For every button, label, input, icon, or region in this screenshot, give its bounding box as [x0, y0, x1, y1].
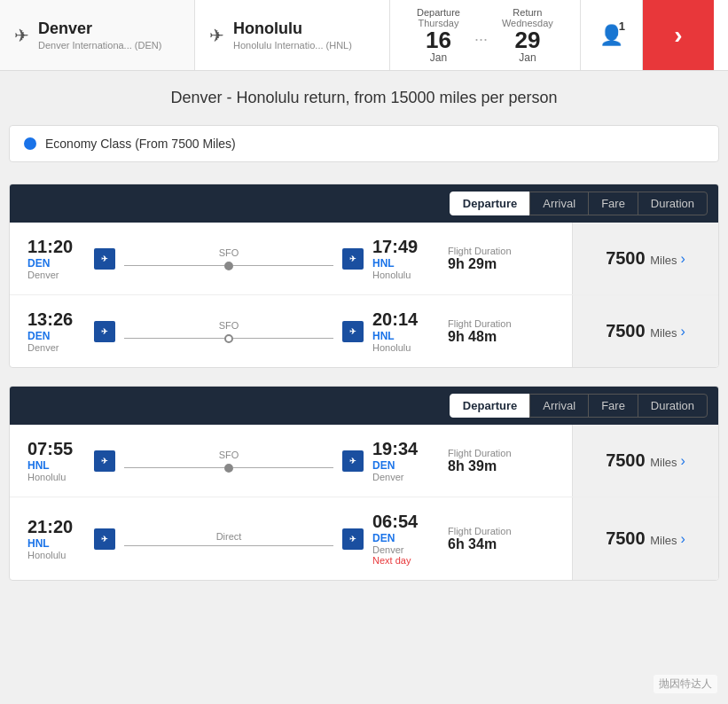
passenger-count: 1: [619, 20, 625, 33]
arrive-block: 19:34 DEN Denver: [372, 439, 430, 482]
depart-time: 11:20: [27, 237, 85, 257]
stop-label: Direct: [216, 531, 242, 542]
duration-value: 6h 34m: [448, 536, 497, 552]
search-bar: ✈ Denver Denver Internationa... (DEN) ✈ …: [0, 0, 728, 71]
duration-block: Flight Duration 9h 29m: [439, 246, 554, 272]
miles-unit: Miles: [650, 534, 677, 547]
sort-btn-fare-outbound[interactable]: Fare: [588, 192, 638, 215]
depart-time: 21:20: [27, 517, 85, 537]
stop-dot: [224, 334, 233, 343]
airline-icon-left: ✈: [94, 321, 115, 342]
origin-city: Denver: [38, 20, 161, 38]
date-segment[interactable]: Departure Thursday 16 Jan ··· Return Wed…: [390, 0, 581, 70]
duration-value: 9h 29m: [448, 256, 497, 272]
go-arrow-icon: ›: [674, 21, 682, 50]
route-line: SFO: [124, 247, 333, 270]
airline-icon-right: ✈: [342, 321, 364, 342]
return-date: Return Wednesday 29 Jan: [493, 7, 562, 64]
depart-city: Denver: [27, 342, 85, 353]
depart-block: 07:55 HNL Honolulu: [27, 439, 85, 482]
flight-left: 07:55 HNL Honolulu ✈SFO ✈ 19:34 DEN Denv…: [10, 425, 572, 497]
class-option-label: Economy Class (From 7500 Miles): [45, 137, 236, 151]
route-title: Denver - Honolulu return, from 15000 mil…: [9, 89, 719, 107]
airline-logo-right: ✈: [342, 450, 364, 472]
depart-city: Honolulu: [27, 472, 85, 482]
duration-value: 9h 48m: [448, 329, 497, 345]
airline-icon-right: ✈: [342, 450, 364, 472]
sort-btn-duration-return[interactable]: Duration: [638, 394, 708, 418]
flight-row: 11:20 DEN Denver ✈SFO ✈ 17:49 HNL Honolu…: [10, 223, 718, 295]
airline-icon-left: ✈: [94, 248, 115, 270]
arrive-airport: DEN: [372, 459, 430, 472]
sort-btn-departure-outbound[interactable]: Departure: [450, 192, 530, 215]
section-header-return: DepartureArrivalFareDuration: [10, 387, 718, 425]
line-container: [124, 334, 333, 343]
miles-block[interactable]: 7500 Miles ›: [572, 497, 718, 580]
search-button[interactable]: ›: [643, 0, 714, 70]
arrive-airport: HNL: [372, 257, 430, 270]
class-selector[interactable]: Economy Class (From 7500 Miles): [9, 125, 719, 162]
arrive-block: 17:49 HNL Honolulu: [372, 237, 430, 280]
arrive-block: 06:54 DEN Denver Next day: [372, 512, 430, 566]
airline-logo: ✈: [94, 450, 115, 472]
flight-section-outbound: DepartureArrivalFareDuration 11:20 DEN D…: [9, 184, 719, 368]
miles-unit: Miles: [650, 456, 677, 469]
line-container: [124, 262, 333, 270]
duration-value: 8h 39m: [448, 458, 497, 474]
miles-arrow-icon: ›: [681, 531, 685, 547]
miles-block[interactable]: 7500 Miles ›: [572, 425, 718, 497]
plane-icon-dest: ✈: [209, 25, 224, 46]
route-line: Direct: [124, 531, 333, 546]
arrive-time: 19:34: [372, 439, 430, 459]
flight-row: 13:26 DEN Denver ✈SFO ✈ 20:14 HNL Honolu…: [10, 295, 718, 367]
depart-time: 07:55: [27, 439, 85, 459]
stop-label: SFO: [219, 320, 239, 331]
destination-segment[interactable]: ✈ Honolulu Honolulu Internatio... (HNL): [195, 0, 390, 70]
miles-arrow-icon: ›: [681, 324, 685, 340]
airline-logo: ✈: [94, 248, 115, 270]
airline-logo-right: ✈: [342, 248, 364, 270]
depart-airport: DEN: [27, 257, 85, 270]
depart-airport: HNL: [27, 537, 85, 550]
flight-row: 07:55 HNL Honolulu ✈SFO ✈ 19:34 DEN Denv…: [10, 425, 718, 497]
passengers-segment[interactable]: 👤 1: [581, 0, 643, 70]
radio-selected-icon: [24, 137, 36, 150]
arrive-airport: DEN: [372, 532, 430, 544]
stop-label: SFO: [219, 450, 239, 460]
depart-airport: HNL: [27, 459, 85, 472]
sections-container: DepartureArrivalFareDuration 11:20 DEN D…: [9, 184, 719, 581]
depart-time: 13:26: [27, 309, 85, 330]
depart-block: 11:20 DEN Denver: [27, 237, 85, 280]
sort-btn-duration-outbound[interactable]: Duration: [638, 192, 708, 215]
stop-dot: [224, 464, 233, 473]
miles-block[interactable]: 7500 Miles ›: [572, 295, 718, 367]
departure-date: Departure Thursday 16 Jan: [408, 7, 469, 64]
duration-label: Flight Duration: [448, 448, 512, 458]
sort-btn-departure-return[interactable]: Departure: [450, 394, 530, 418]
stop-label: SFO: [219, 247, 239, 258]
arrive-time: 20:14: [372, 309, 430, 330]
arrive-note: Next day: [372, 555, 430, 566]
line-container: [124, 545, 333, 546]
origin-segment[interactable]: ✈ Denver Denver Internationa... (DEN): [0, 0, 195, 70]
destination-city: Honolulu: [233, 20, 352, 38]
section-header-outbound: DepartureArrivalFareDuration: [10, 184, 718, 223]
airline-icon-right: ✈: [342, 248, 364, 270]
route-line: SFO: [124, 450, 333, 473]
miles-value: 7500 Miles: [606, 450, 677, 471]
arrive-city: Honolulu: [372, 342, 430, 353]
airline-logo: ✈: [94, 528, 115, 550]
flight-left: 21:20 HNL Honolulu ✈Direct ✈ 06:54 DEN D…: [10, 497, 572, 580]
depart-airport: DEN: [27, 330, 85, 342]
sort-btn-fare-return[interactable]: Fare: [588, 394, 638, 418]
miles-value: 7500 Miles: [606, 321, 677, 341]
airline-logo-right: ✈: [342, 528, 364, 550]
arrive-city: Denver: [372, 544, 430, 555]
duration-block: Flight Duration 8h 39m: [439, 448, 554, 474]
arrive-block: 20:14 HNL Honolulu: [372, 309, 430, 353]
miles-value: 7500 Miles: [606, 528, 677, 549]
sort-btn-arrival-return[interactable]: Arrival: [529, 394, 589, 418]
sort-btn-arrival-outbound[interactable]: Arrival: [529, 192, 589, 215]
flight-left: 11:20 DEN Denver ✈SFO ✈ 17:49 HNL Honolu…: [10, 223, 572, 294]
miles-block[interactable]: 7500 Miles ›: [572, 223, 718, 294]
